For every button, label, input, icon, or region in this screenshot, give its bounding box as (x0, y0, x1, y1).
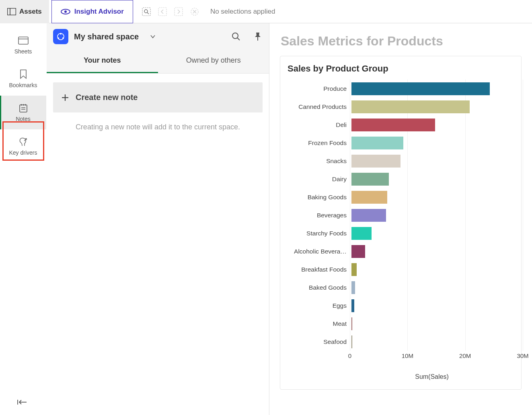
panel-pin-button[interactable] (254, 32, 262, 41)
panel-header: My shared space (47, 23, 269, 47)
bar-area (351, 296, 514, 315)
chart-row: Beverages (289, 206, 514, 224)
chart-row: Deli (289, 116, 514, 134)
collapse-rail-button[interactable] (16, 398, 27, 406)
bar[interactable] (351, 245, 365, 258)
no-selections-label: No selections applied (210, 8, 275, 16)
rail-item-sheets[interactable]: Sheets (0, 28, 46, 62)
bar[interactable] (351, 299, 354, 312)
chart-row: Eggs (289, 296, 514, 315)
bar[interactable] (351, 137, 403, 149)
bar[interactable] (351, 335, 352, 348)
asset-rail: Sheets Bookmarks Notes Key drivers (0, 23, 47, 415)
category-label: Breakfast Foods (289, 266, 347, 273)
bar[interactable] (351, 209, 386, 222)
step-forward-icon (174, 7, 183, 16)
smart-search-icon[interactable] (142, 7, 151, 16)
assets-button[interactable]: Assets (0, 0, 49, 23)
panel-icon (7, 8, 16, 15)
x-tick: 10M (402, 352, 413, 359)
chart-title: Sales by Product Group (288, 63, 514, 74)
selection-tools: No selections applied (142, 7, 275, 16)
category-label: Alcoholic Bevera… (289, 248, 347, 255)
tab-owned-by-others[interactable]: Owned by others (158, 47, 269, 73)
bar-area (351, 333, 514, 351)
svg-rect-7 (158, 8, 166, 16)
rail-item-label: Sheets (14, 48, 32, 55)
bar-area (351, 116, 514, 134)
bar-area (351, 134, 514, 152)
bar-area (351, 80, 514, 98)
svg-rect-12 (18, 37, 28, 44)
bar-area (351, 188, 514, 206)
rail-item-label: Key drivers (9, 149, 37, 156)
space-avatar (53, 29, 68, 44)
bar-area (351, 224, 514, 242)
bar[interactable] (351, 119, 435, 131)
svg-rect-4 (142, 8, 150, 16)
category-label: Dairy (289, 176, 347, 183)
bar-area (351, 152, 514, 170)
bar[interactable] (351, 281, 355, 294)
insight-advisor-button[interactable]: Insight Advisor (51, 0, 133, 23)
panel-body: Create new note Creating a new note will… (47, 74, 269, 415)
svg-point-25 (60, 33, 62, 35)
category-label: Frozen Foods (289, 139, 347, 147)
bar[interactable] (351, 100, 470, 113)
category-label: Deli (289, 121, 347, 129)
tab-label: Owned by others (186, 56, 241, 64)
rail-item-key-drivers[interactable]: Key drivers (0, 129, 46, 163)
create-note-button[interactable]: Create new note (53, 82, 263, 112)
bar[interactable] (351, 263, 357, 276)
svg-rect-14 (20, 105, 27, 112)
bar-area (351, 170, 514, 188)
rail-item-bookmarks[interactable]: Bookmarks (0, 62, 46, 96)
bar-area (351, 242, 514, 260)
x-tick: 0 (348, 352, 351, 359)
gridline (523, 80, 523, 351)
rail-item-notes[interactable]: Notes (0, 96, 46, 129)
chart-row: Canned Products (289, 98, 514, 116)
bar[interactable] (351, 227, 372, 240)
chart-row: Snacks (289, 152, 514, 170)
chart-row: Baking Goods (289, 188, 514, 206)
category-label: Snacks (289, 157, 347, 165)
space-dropdown[interactable] (150, 35, 156, 39)
category-label: Canned Products (289, 103, 347, 110)
top-toolbar: Assets Insight Advisor No selections app… (0, 0, 532, 23)
rail-item-label: Notes (16, 116, 31, 122)
category-label: Seafood (289, 338, 347, 345)
bar-area (351, 260, 514, 278)
panel-tabs: Your notes Owned by others (47, 47, 269, 74)
bar[interactable] (351, 191, 387, 204)
category-label: Meat (289, 320, 347, 327)
category-label: Baked Goods (289, 284, 347, 291)
x-axis-label: Sum(Sales) (350, 373, 514, 380)
chart-card[interactable]: Sales by Product Group ProduceCanned Pro… (280, 56, 522, 390)
bar[interactable] (351, 317, 352, 330)
panel-search-button[interactable] (231, 32, 241, 41)
create-note-label: Create new note (76, 93, 138, 102)
sheet-content: Sales Metrics for Products Sales by Prod… (269, 23, 532, 415)
bar-area (351, 278, 514, 296)
x-tick: 20M (459, 352, 471, 359)
svg-point-3 (64, 10, 67, 13)
bar[interactable] (351, 82, 490, 95)
svg-rect-8 (175, 8, 183, 16)
svg-point-28 (232, 33, 238, 39)
bookmark-icon (18, 69, 29, 80)
notes-icon (18, 103, 29, 113)
tab-your-notes[interactable]: Your notes (47, 47, 158, 73)
chart-row: Starchy Foods (289, 224, 514, 242)
rail-item-label: Bookmarks (9, 82, 37, 88)
gridline (350, 80, 350, 351)
plus-icon (61, 94, 69, 102)
pin-icon (254, 32, 262, 41)
category-label: Beverages (289, 212, 347, 219)
chart-row: Seafood (289, 333, 514, 351)
chart-row: Meat (289, 315, 514, 333)
bar[interactable] (351, 173, 389, 186)
chevron-down-icon (150, 35, 156, 39)
svg-line-6 (147, 12, 149, 14)
bar[interactable] (351, 155, 401, 168)
